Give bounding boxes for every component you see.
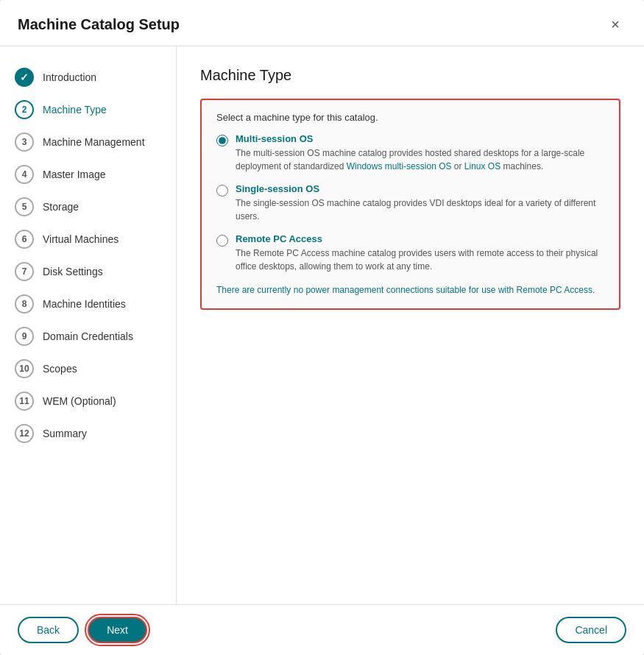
step-circle-4: 4 xyxy=(15,165,34,184)
step-circle-12: 12 xyxy=(15,424,34,443)
sidebar-item-machine-type[interactable]: 2Machine Type xyxy=(0,93,176,126)
dialog-footer: Back Next Cancel xyxy=(0,604,644,655)
machine-type-selection-box: Select a machine type for this catalog. … xyxy=(200,99,620,310)
step-circle-9: 9 xyxy=(15,327,34,346)
sidebar-item-introduction[interactable]: ✓Introduction xyxy=(0,61,176,93)
sidebar-item-summary[interactable]: 12Summary xyxy=(0,417,176,450)
remote-pc-title: Remote PC Access xyxy=(236,233,604,244)
close-button[interactable]: × xyxy=(604,13,626,35)
sidebar-item-label: Disk Settings xyxy=(43,266,103,277)
dialog-header: Machine Catalog Setup × xyxy=(0,0,644,46)
sidebar-item-wem-(optional)[interactable]: 11WEM (Optional) xyxy=(0,385,176,417)
sidebar-item-label: Virtual Machines xyxy=(43,233,118,245)
sidebar-item-label: Storage xyxy=(43,201,79,213)
checkmark-icon: ✓ xyxy=(20,71,29,83)
single-session-title: Single-session OS xyxy=(236,183,604,194)
sidebar-item-label: Machine Identities xyxy=(43,298,126,310)
sidebar-item-label: Scopes xyxy=(43,363,77,375)
multi-session-option: Multi-session OS The multi-session OS ma… xyxy=(216,133,604,173)
section-title: Machine Type xyxy=(200,67,620,84)
sidebar-item-label: Machine Management xyxy=(43,136,145,148)
step-circle-2: 2 xyxy=(15,100,34,119)
sidebar-item-domain-credentials[interactable]: 9Domain Credentials xyxy=(0,320,176,353)
sidebar-item-machine-identities[interactable]: 8Machine Identities xyxy=(0,288,176,320)
dialog-body: ✓Introduction2Machine Type3Machine Manag… xyxy=(0,46,644,604)
footer-left-buttons: Back Next xyxy=(18,617,147,643)
sidebar-item-label: Summary xyxy=(43,428,87,439)
sidebar-item-label: Introduction xyxy=(43,71,96,83)
cancel-button[interactable]: Cancel xyxy=(556,617,626,643)
prompt-text: Select a machine type for this catalog. xyxy=(216,112,604,123)
step-circle-5: 5 xyxy=(15,197,34,216)
multi-session-title: Multi-session OS xyxy=(236,133,604,144)
next-button[interactable]: Next xyxy=(88,617,147,643)
dialog-title: Machine Catalog Setup xyxy=(18,16,180,33)
multi-session-desc: The multi-session OS machine catalog pro… xyxy=(236,146,604,173)
remote-pc-radio[interactable] xyxy=(216,235,228,247)
sidebar-item-storage[interactable]: 5Storage xyxy=(0,191,176,223)
step-circle-7: 7 xyxy=(15,262,34,281)
machine-catalog-dialog: Machine Catalog Setup × ✓Introduction2Ma… xyxy=(0,0,644,655)
step-circle-1: ✓ xyxy=(15,68,34,87)
single-session-radio[interactable] xyxy=(216,185,228,196)
remote-pc-option: Remote PC Access The Remote PC Access ma… xyxy=(216,233,604,273)
sidebar-item-label: WEM (Optional) xyxy=(43,395,116,407)
multi-session-radio[interactable] xyxy=(216,135,228,146)
step-circle-3: 3 xyxy=(15,132,34,152)
back-button[interactable]: Back xyxy=(18,617,79,643)
step-circle-6: 6 xyxy=(15,230,34,249)
single-session-desc: The single-session OS machine catalog pr… xyxy=(236,196,604,223)
sidebar-item-machine-management[interactable]: 3Machine Management xyxy=(0,126,176,158)
step-circle-8: 8 xyxy=(15,294,34,314)
main-content: Machine Type Select a machine type for t… xyxy=(177,46,644,604)
step-circle-10: 10 xyxy=(15,359,34,378)
sidebar-item-label: Domain Credentials xyxy=(43,330,133,342)
sidebar-item-virtual-machines[interactable]: 6Virtual Machines xyxy=(0,223,176,255)
sidebar-item-label: Master Image xyxy=(43,169,106,180)
step-circle-11: 11 xyxy=(15,392,34,411)
sidebar-item-disk-settings[interactable]: 7Disk Settings xyxy=(0,255,176,288)
sidebar: ✓Introduction2Machine Type3Machine Manag… xyxy=(0,46,177,604)
sidebar-item-label: Machine Type xyxy=(43,104,107,116)
single-session-option: Single-session OS The single-session OS … xyxy=(216,183,604,223)
sidebar-item-master-image[interactable]: 4Master Image xyxy=(0,158,176,191)
sidebar-item-scopes[interactable]: 10Scopes xyxy=(0,353,176,385)
remote-pc-desc: The Remote PC Access machine catalog pro… xyxy=(236,247,604,273)
remote-pc-warning: There are currently no power management … xyxy=(216,283,604,297)
